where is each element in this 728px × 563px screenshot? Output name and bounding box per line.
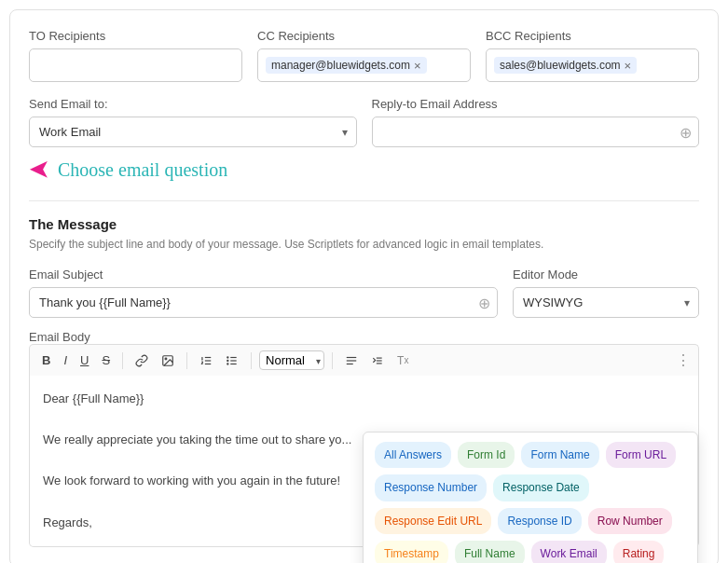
scriptlet-pill[interactable]: Form Id bbox=[458, 442, 515, 468]
bcc-tag: sales@bluewidgets.com × bbox=[494, 57, 637, 74]
bcc-recipients-group: BCC Recipients sales@bluewidgets.com × bbox=[486, 29, 699, 82]
bcc-recipients-label: BCC Recipients bbox=[486, 29, 699, 43]
cc-tag: manager@bluewidgets.com × bbox=[266, 57, 427, 74]
svg-point-9 bbox=[227, 360, 228, 361]
reply-to-label: Reply-to Email Address bbox=[372, 97, 700, 111]
toolbar-divider-2 bbox=[186, 352, 187, 369]
scriptlet-pill[interactable]: Form URL bbox=[606, 442, 676, 468]
scriptlet-pill[interactable]: Rating bbox=[613, 541, 665, 563]
image-icon bbox=[161, 354, 174, 367]
reply-to-input-wrapper: ⊕ bbox=[372, 117, 700, 147]
link-icon bbox=[135, 354, 148, 367]
unordered-list-icon bbox=[226, 354, 239, 367]
cc-recipients-group: CC Recipients manager@bluewidgets.com × bbox=[257, 29, 471, 82]
scriptlet-pill[interactable]: Row Number bbox=[588, 508, 672, 534]
editor-mode-select-wrapper: WYSIWYG ▾ bbox=[513, 287, 699, 318]
send-email-select-wrapper: Work Email ▾ bbox=[29, 117, 357, 147]
format-select-wrapper: Normal bbox=[259, 350, 324, 370]
email-subject-wrapper: ⊕ bbox=[29, 287, 498, 318]
scriptlet-pill[interactable]: Full Name bbox=[455, 541, 525, 563]
cc-recipients-label: CC Recipients bbox=[257, 29, 471, 43]
italic-button[interactable]: I bbox=[59, 350, 72, 370]
scriptlet-pill[interactable]: Work Email bbox=[531, 541, 607, 563]
annotation-arrow-icon: ➤ bbox=[29, 155, 50, 185]
format-select[interactable]: Normal bbox=[259, 350, 324, 370]
scriptlet-pill[interactable]: Response Date bbox=[493, 474, 589, 501]
message-desc: Specify the subject line and body of you… bbox=[29, 236, 699, 253]
to-recipients-input[interactable] bbox=[29, 48, 242, 82]
editor-line-blank bbox=[43, 409, 685, 430]
indent-icon bbox=[371, 354, 384, 367]
editor-mode-label: Editor Mode bbox=[513, 268, 699, 282]
toolbar-divider-1 bbox=[122, 352, 123, 369]
bcc-tag-value: sales@bluewidgets.com bbox=[500, 59, 621, 72]
align-button[interactable] bbox=[340, 351, 363, 370]
send-email-group: Send Email to: Work Email ▾ bbox=[29, 97, 357, 147]
editor-body[interactable]: Dear {{Full Name}} We really appreciate … bbox=[29, 376, 699, 547]
email-subject-input[interactable] bbox=[29, 287, 498, 318]
email-subject-group: Email Subject ⊕ bbox=[29, 268, 498, 318]
email-subject-label: Email Subject bbox=[29, 268, 498, 282]
editor-line-1: Dear {{Full Name}} bbox=[43, 389, 685, 409]
message-title: The Message bbox=[29, 216, 699, 232]
reply-to-add-icon[interactable]: ⊕ bbox=[680, 123, 692, 141]
svg-point-1 bbox=[165, 358, 167, 360]
editor-toolbar: B I U S bbox=[29, 344, 699, 376]
scriptlet-pill[interactable]: Response Number bbox=[375, 474, 487, 501]
reply-to-group: Reply-to Email Address ⊕ bbox=[372, 97, 700, 147]
svg-point-10 bbox=[227, 363, 228, 364]
cc-tag-value: manager@bluewidgets.com bbox=[271, 59, 410, 72]
editor-mode-select[interactable]: WYSIWYG bbox=[513, 287, 699, 318]
to-recipients-label: TO Recipients bbox=[29, 29, 242, 43]
annotation-area: ➤ Choose email question bbox=[29, 155, 699, 185]
scriptlet-pill[interactable]: Timestamp bbox=[375, 541, 448, 563]
email-body-section: Email Body B I U S bbox=[29, 329, 699, 547]
scriptlet-pill[interactable]: Response Edit URL bbox=[375, 508, 491, 534]
indent-button[interactable] bbox=[366, 351, 389, 370]
svg-point-8 bbox=[227, 356, 228, 357]
bcc-tag-close[interactable]: × bbox=[625, 60, 632, 72]
send-email-select[interactable]: Work Email bbox=[29, 117, 357, 147]
toolbar-more-icon[interactable]: ⋮ bbox=[676, 351, 691, 369]
toolbar-divider-4 bbox=[332, 352, 333, 369]
underline-button[interactable]: U bbox=[76, 350, 93, 370]
subject-add-icon[interactable]: ⊕ bbox=[478, 294, 490, 311]
message-section: The Message Specify the subject line and… bbox=[29, 216, 699, 547]
to-recipients-group: TO Recipients bbox=[29, 29, 242, 82]
link-button[interactable] bbox=[130, 351, 153, 370]
section-divider bbox=[29, 200, 699, 201]
reply-to-input[interactable] bbox=[372, 117, 700, 147]
cc-recipients-input[interactable]: manager@bluewidgets.com × bbox=[257, 48, 471, 82]
unordered-list-button[interactable] bbox=[221, 351, 243, 370]
email-body-label: Email Body bbox=[29, 330, 90, 344]
clear-format-button[interactable]: Tx bbox=[392, 351, 413, 370]
strikethrough-button[interactable]: S bbox=[97, 350, 115, 370]
ordered-list-button[interactable] bbox=[195, 351, 217, 370]
scriptlet-pill[interactable]: Response ID bbox=[498, 508, 581, 534]
editor-mode-group: Editor Mode WYSIWYG ▾ bbox=[513, 268, 699, 318]
bcc-recipients-input[interactable]: sales@bluewidgets.com × bbox=[486, 48, 699, 82]
scriptlet-pill[interactable]: All Answers bbox=[375, 442, 451, 468]
image-button[interactable] bbox=[157, 351, 179, 370]
ordered-list-icon bbox=[199, 354, 213, 367]
toolbar-divider-3 bbox=[251, 352, 252, 369]
bold-button[interactable]: B bbox=[37, 350, 55, 370]
cc-tag-close[interactable]: × bbox=[414, 60, 421, 72]
scriptlets-dropdown: All AnswersForm IdForm NameForm URLRespo… bbox=[363, 432, 698, 563]
align-icon bbox=[345, 354, 358, 367]
annotation-text: Choose email question bbox=[58, 159, 227, 181]
scriptlet-pill[interactable]: Form Name bbox=[521, 442, 598, 468]
send-email-label: Send Email to: bbox=[29, 97, 357, 111]
